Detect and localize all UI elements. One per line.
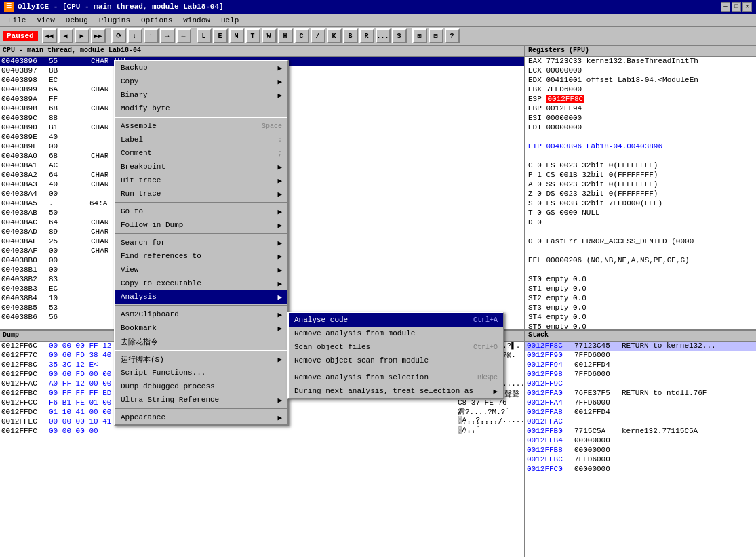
ctx-modify-byte[interactable]: Modify byte — [115, 102, 287, 115]
sub-remove-selection[interactable]: Remove analysis from selection BkSpc — [289, 371, 503, 384]
ctx-find-refs[interactable]: Find references to ▶ — [115, 249, 287, 263]
menu-window[interactable]: Window — [178, 14, 216, 26]
menu-plugins[interactable]: Plugins — [94, 14, 136, 26]
tb-rewind[interactable]: ◀◀ — [42, 28, 57, 43]
stack-row[interactable]: 0012FF90 7FFD6000 — [525, 351, 756, 360]
tb-help[interactable]: ? — [445, 28, 460, 43]
ctx-runscript-arrow: ▶ — [277, 355, 282, 364]
stack-row[interactable]: 0012FFA0 76FE37F5 RETURN to ntdll.76F — [525, 389, 756, 398]
stack-row[interactable]: 0012FFAC — [525, 417, 756, 427]
stack-row[interactable]: 0012FF8C 77123C45 RETURN to kerne132... — [525, 342, 756, 351]
ctx-run-trace[interactable]: Run trace ▶ — [115, 187, 287, 201]
stack-row[interactable]: 0012FFB4 00000000 — [525, 436, 756, 446]
ctx-follow-dump[interactable]: Follow in Dump ▶ — [115, 218, 287, 232]
reg-edi: EDI 00000000 — [525, 123, 756, 133]
stack-row[interactable]: 0012FF9C — [525, 379, 756, 389]
reg-ecx: ECX 00000000 — [525, 66, 756, 76]
ctx-search-arrow: ▶ — [277, 239, 282, 247]
ctx-backup[interactable]: Backup ▶ — [115, 61, 287, 75]
stack-row[interactable]: 0012FFA8 0012FFD4 — [525, 408, 756, 417]
sub-treat-as[interactable]: During next analysis, treat selection as… — [289, 384, 503, 398]
ctx-run-script[interactable]: 运行脚本(S) ▶ — [115, 352, 287, 366]
ctx-asm2clip[interactable]: Asm2Clipboard ▶ — [115, 308, 287, 321]
tb-S[interactable]: S — [392, 28, 407, 43]
tb-B[interactable]: B — [343, 28, 358, 43]
tb-back[interactable]: ◀ — [58, 28, 73, 43]
tb-L[interactable]: L — [197, 28, 212, 43]
sub-scan-object[interactable]: Scan object files Ctrl+O — [289, 340, 503, 354]
dump-row[interactable]: 0012FFFC 00 00 00 00 .... — [0, 427, 524, 436]
stack-row[interactable]: 0012FFC0 00000000 — [525, 465, 756, 474]
ctx-appearance[interactable]: Appearance ▶ — [115, 411, 287, 424]
ctx-binary[interactable]: Binary ▶ — [115, 88, 287, 102]
sub-remove-object-scan[interactable]: Remove object scan from module — [289, 354, 503, 367]
ctx-assemble-key: Space — [262, 123, 282, 130]
menu-options[interactable]: Options — [136, 14, 178, 26]
ctx-sep4 — [115, 305, 287, 306]
ctx-asm2clip-arrow: ▶ — [277, 310, 282, 319]
tb-slash[interactable]: / — [311, 28, 325, 43]
registers-panel: Registers (FPU) EAX 77123C33 kerne132.Ba… — [525, 46, 756, 329]
stack-panel: Stack 0012FF8C 77123C45 RETURN to kerne1… — [525, 331, 756, 557]
ctx-goto[interactable]: Go to ▶ — [115, 205, 287, 218]
tb-stepinto[interactable]: ↓ — [127, 28, 142, 43]
ctx-label[interactable]: Label : — [115, 133, 287, 146]
tb-dots[interactable]: ... — [376, 28, 391, 43]
menu-file[interactable]: File — [3, 14, 31, 26]
tb-K[interactable]: K — [327, 28, 342, 43]
sub-analyse-code[interactable]: Analyse code Ctrl+A — [289, 313, 503, 327]
maximize-button[interactable]: □ — [732, 2, 741, 12]
ctx-analysis[interactable]: Analysis ▶ — [115, 290, 287, 304]
status-badge: Paused — [3, 31, 38, 41]
minimize-button[interactable]: ─ — [721, 2, 730, 12]
tb-C[interactable]: C — [294, 28, 309, 43]
ctx-copyexec-arrow: ▶ — [277, 279, 282, 288]
ctx-ultra-string[interactable]: Ultra String Reference ▶ — [115, 393, 287, 407]
reg-st1: ST1 empty 0.0 — [525, 285, 756, 294]
ctx-remove-flower[interactable]: 去除花指令 — [115, 335, 287, 348]
ctx-breakpoint[interactable]: Breakpoint ▶ — [115, 160, 287, 173]
ctx-dump-proc[interactable]: Dump debugged process — [115, 379, 287, 393]
close-button[interactable]: ✕ — [742, 2, 752, 12]
tb-minus[interactable]: ⊟ — [429, 28, 443, 43]
tb-W[interactable]: W — [262, 28, 277, 43]
tb-restart[interactable]: ⟳ — [111, 28, 126, 43]
ctx-analysis-arrow: ▶ — [277, 293, 282, 302]
ctx-copy-exec[interactable]: Copy to executable ▶ — [115, 276, 287, 290]
ctx-view[interactable]: View ▶ — [115, 263, 287, 276]
sub-remove-key: BkSpc — [477, 374, 498, 381]
stack-row[interactable]: 0012FFB8 00000000 — [525, 446, 756, 455]
menu-debug[interactable]: Debug — [60, 14, 94, 26]
tb-E[interactable]: E — [213, 28, 228, 43]
tb-R[interactable]: R — [359, 28, 374, 43]
ctx-appearance-arrow: ▶ — [277, 413, 282, 422]
tb-anim[interactable]: ← — [176, 28, 191, 43]
tb-M[interactable]: M — [229, 28, 244, 43]
sub-remove-analysis[interactable]: Remove analysis from module — [289, 327, 503, 340]
ctx-comment[interactable]: Comment ; — [115, 146, 287, 160]
ctx-bookmark[interactable]: Bookmark ▶ — [115, 321, 287, 335]
tb-forward[interactable]: ▶▶ — [91, 28, 106, 43]
stack-row[interactable]: 0012FF98 7FFD6000 — [525, 370, 756, 379]
ctx-sep1 — [115, 117, 287, 118]
tb-H[interactable]: H — [278, 28, 293, 43]
stack-row[interactable]: 0012FFB0 7715C5A kerne132.77115C5A — [525, 427, 756, 436]
tb-stepover[interactable]: ↑ — [144, 28, 159, 43]
ctx-search-for[interactable]: Search for ▶ — [115, 236, 287, 249]
tb-plus[interactable]: ⊞ — [412, 28, 427, 43]
menu-help[interactable]: Help — [216, 14, 244, 26]
ctx-copy[interactable]: Copy ▶ — [115, 75, 287, 88]
stack-row[interactable]: 0012FFA4 7FFD6000 — [525, 398, 756, 408]
menu-view[interactable]: View — [31, 14, 60, 26]
ctx-assemble[interactable]: Assemble Space — [115, 119, 287, 133]
reg-space5 — [525, 266, 756, 275]
stack-row[interactable]: 0012FF94 0012FFD4 — [525, 360, 756, 370]
stack-row[interactable]: 0012FFBC 7FFD6000 — [525, 455, 756, 465]
ctx-hit-trace[interactable]: Hit trace ▶ — [115, 173, 287, 187]
tb-T[interactable]: T — [245, 28, 260, 43]
tb-play[interactable]: ▶ — [75, 28, 89, 43]
reg-t: T 0 GS 0000 NULL — [525, 209, 756, 218]
ctx-bookmark-arrow: ▶ — [277, 324, 282, 333]
tb-stepout[interactable]: → — [160, 28, 175, 43]
ctx-script-funcs[interactable]: Script Functions... — [115, 366, 287, 379]
